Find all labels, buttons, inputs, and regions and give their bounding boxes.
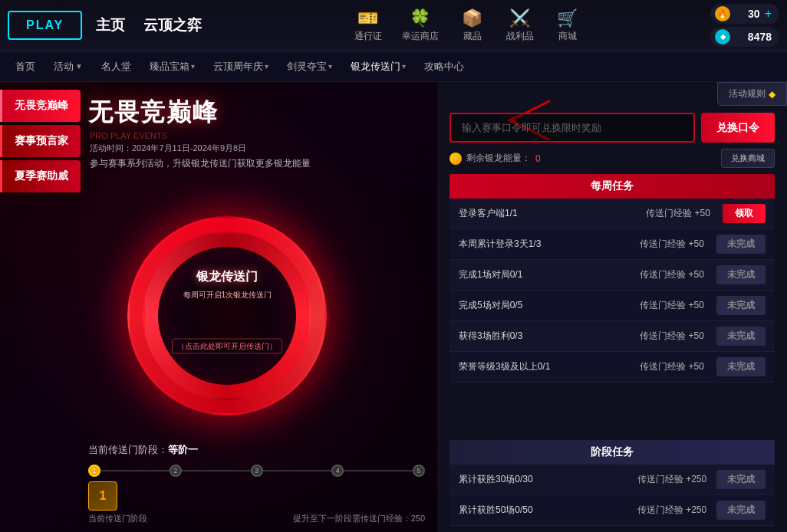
portal-container[interactable] — [127, 216, 327, 415]
task-reward-weekly-1: 传送门经验 +50 — [634, 238, 710, 251]
nav-icon-trophies[interactable]: ⚔️ 战利品 — [497, 5, 543, 46]
energy-left: ⚡ 剩余银龙能量： 0 — [449, 152, 541, 165]
pass-label: 通行证 — [354, 30, 382, 43]
task-btn-stage-0[interactable]: 未完成 — [716, 470, 766, 489]
progress-dot-2: 2 — [170, 465, 182, 477]
shop-label: 商城 — [558, 30, 577, 43]
currency-box: 🔥 30 + ◆ 8478 — [710, 4, 779, 47]
nav-tft[interactable]: 云顶之弈 — [143, 15, 202, 35]
arrow-icon-5: ▾ — [402, 62, 406, 71]
sub-nav-anniversary[interactable]: 云顶周年庆 ▾ — [213, 60, 268, 74]
task-name-stage-0: 累计获胜30场0/30 — [459, 473, 627, 486]
arrow-icon-3: ▾ — [265, 62, 268, 71]
sub-nav-treasures[interactable]: 臻品宝箱 ▾ — [150, 60, 195, 74]
code-input[interactable] — [451, 114, 693, 141]
progress-track: 1 2 3 4 5 — [88, 465, 425, 477]
task-btn-weekly-5[interactable]: 未完成 — [716, 357, 766, 376]
energy-icon: ⚡ — [449, 153, 462, 165]
shop-icon: 🛒 — [557, 8, 578, 28]
stage-label: 当前传送门阶段：等阶一 — [88, 443, 198, 457]
weekly-task-row-1: 本周累计登录3天1/3 传送门经验 +50 未完成 — [449, 229, 775, 260]
event-title: 无畏竞巅峰 — [88, 96, 430, 130]
task-reward-stage-1: 传送门经验 +250 — [634, 504, 710, 517]
main-nav-links: 主页 云顶之弈 — [96, 15, 202, 35]
activity-rules-button[interactable]: 活动规则 ◆ — [717, 82, 787, 106]
task-btn-weekly-3[interactable]: 未完成 — [716, 296, 766, 315]
nav-right: 🔥 30 + ◆ 8478 — [710, 4, 779, 47]
nav-home[interactable]: 主页 — [96, 15, 125, 35]
weekly-task-list: 登录客户端1/1 传送门经验 +50 领取 本周累计登录3天1/3 传送门经验 … — [449, 199, 775, 383]
nav-icon-lucky[interactable]: 🍀 幸运商店 — [393, 5, 448, 46]
loot-icon: 📦 — [462, 8, 482, 28]
event-desc: 参与赛事系列活动，升级银龙传送门获取更多银龙能量 — [90, 157, 430, 170]
tab-cheer[interactable]: 夏季赛助威 — [0, 160, 81, 192]
event-title-en: PRO PLAY EVENTS — [90, 131, 430, 140]
nav-icon-loot[interactable]: 📦 藏品 — [449, 5, 496, 46]
tab-predictor[interactable]: 赛事预言家 — [0, 125, 81, 157]
loot-label: 藏品 — [463, 30, 482, 43]
currency-icon-1: 🔥 — [715, 6, 730, 21]
tab-main[interactable]: 无畏竞巅峰 — [0, 90, 81, 122]
weekly-task-section: 每周任务 登录客户端1/1 传送门经验 +50 领取 本周累计登录3天1/3 传… — [449, 174, 775, 429]
play-button[interactable]: PLAY — [8, 11, 82, 40]
stage-task-header: 阶段任务 — [449, 440, 775, 465]
currency-val-1: 30 — [735, 8, 760, 20]
portal-inner — [158, 247, 296, 385]
sub-nav-events[interactable]: 活动 ▼ — [54, 60, 83, 74]
task-name-weekly-0: 登录客户端1/1 — [459, 207, 634, 220]
trophies-icon: ⚔️ — [509, 8, 530, 28]
task-reward-weekly-2: 传送门经验 +50 — [634, 268, 710, 281]
energy-label: 剩余银龙能量： — [466, 152, 531, 165]
sub-nav-spiritblade[interactable]: 剑灵夺宝 ▾ — [287, 60, 332, 74]
stage-task-list: 累计获胜30场0/30 传送门经验 +250 未完成 累计获胜50场0/50 传… — [449, 465, 775, 526]
task-name-weekly-5: 荣誉等级3级及以上0/1 — [459, 360, 627, 373]
stage-task-row-1: 累计获胜50场0/50 传送门经验 +250 未完成 — [449, 495, 775, 526]
stage-box-container: 1 — [88, 481, 117, 511]
exchange-shop-button[interactable]: 兑换商城 — [721, 149, 775, 168]
top-nav: PLAY 主页 云顶之弈 🎫 通行证 🍀 幸运商店 📦 藏品 ⚔️ 战利品 🛒 … — [0, 0, 787, 51]
progress-line-2 — [182, 470, 251, 471]
right-panel: 活动规则 ◆ 兑换口令 ⚡ 剩余银龙能量： 0 兑换商城 每周任务 — [437, 82, 787, 532]
code-input-row: 兑换口令 — [449, 113, 775, 143]
nav-icon-pass[interactable]: 🎫 通行证 — [345, 5, 391, 46]
task-reward-weekly-4: 传送门经验 +50 — [634, 330, 710, 343]
diamond-icon: ◆ — [769, 89, 775, 100]
task-name-stage-1: 累计获胜50场0/50 — [459, 504, 627, 517]
weekly-task-row-3: 完成5场对局0/5 传送门经验 +50 未完成 — [449, 291, 775, 321]
currency-row-1[interactable]: 🔥 30 + — [710, 4, 779, 24]
currency-icon-2: ◆ — [715, 29, 730, 44]
task-btn-weekly-2[interactable]: 未完成 — [716, 265, 766, 284]
nav-icons: 🎫 通行证 🍀 幸运商店 📦 藏品 ⚔️ 战利品 🛒 商城 — [225, 5, 710, 46]
arrow-icon-4: ▾ — [328, 62, 332, 71]
task-btn-weekly-4[interactable]: 未完成 — [716, 327, 766, 346]
left-tabs: 无畏竞巅峰 赛事预言家 夏季赛助威 — [0, 90, 81, 192]
weekly-task-header: 每周任务 — [449, 174, 775, 199]
energy-row: ⚡ 剩余银龙能量： 0 兑换商城 — [449, 149, 775, 168]
event-date: 活动时间：2024年7月11日-2024年9月8日 — [90, 143, 246, 154]
sub-nav-silverdragon[interactable]: 银龙传送门 ▾ — [351, 60, 406, 74]
weekly-task-row-4: 获得3场胜利0/3 传送门经验 +50 未完成 — [449, 321, 775, 352]
redeem-button[interactable]: 兑换口令 — [701, 113, 775, 143]
sub-nav-home[interactable]: 首页 — [15, 60, 35, 74]
task-reward-weekly-0: 传送门经验 +50 — [640, 207, 716, 220]
activity-rules-label: 活动规则 — [729, 87, 766, 100]
progress-line-4 — [344, 470, 413, 471]
weekly-task-row-0: 登录客户端1/1 传送门经验 +50 领取 — [449, 199, 775, 229]
currency-val-2: 8478 — [735, 31, 772, 43]
energy-value: 0 — [535, 153, 541, 164]
code-input-wrapper — [449, 113, 695, 143]
stage-task-row-0: 累计获胜30场0/30 传送门经验 +250 未完成 — [449, 465, 775, 495]
task-btn-stage-1[interactable]: 未完成 — [716, 501, 766, 520]
currency-row-2[interactable]: ◆ 8478 — [710, 27, 779, 47]
sub-nav-strategy[interactable]: 攻略中心 — [424, 60, 464, 74]
sub-nav: 首页 活动 ▼ 名人堂 臻品宝箱 ▾ 云顶周年庆 ▾ 剑灵夺宝 ▾ 银龙传送门 … — [0, 51, 787, 82]
task-btn-weekly-1[interactable]: 未完成 — [716, 235, 766, 254]
left-panel: 无畏竞巅峰 赛事预言家 夏季赛助威 无畏竞巅峰 PRO PLAY EVENTS … — [0, 82, 437, 532]
task-btn-weekly-0[interactable]: 领取 — [723, 204, 766, 223]
progress-dot-5: 5 — [413, 465, 425, 477]
nav-icon-shop[interactable]: 🛒 商城 — [545, 5, 591, 46]
progress-line-3 — [263, 470, 332, 471]
currency-add-1[interactable]: + — [765, 7, 772, 21]
weekly-task-row-5: 荣誉等级3级及以上0/1 传送门经验 +50 未完成 — [449, 352, 775, 383]
sub-nav-halloffame[interactable]: 名人堂 — [101, 60, 131, 74]
